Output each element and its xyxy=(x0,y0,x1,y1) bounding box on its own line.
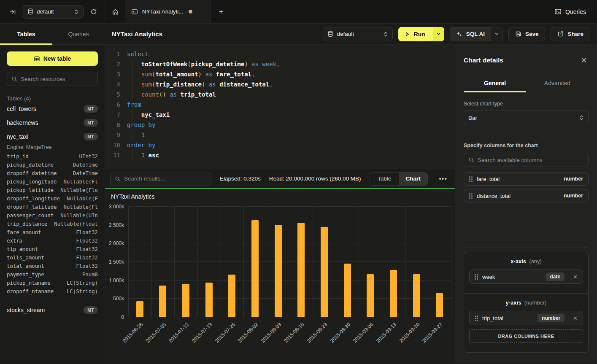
drag-handle-icon[interactable] xyxy=(475,315,478,321)
gridline xyxy=(405,207,405,317)
table-column-row: tip_amountFloat32 xyxy=(7,246,98,255)
y-axis-section: y-axis (number) trip_total number ✕ DRAG… xyxy=(464,293,588,352)
results-search xyxy=(110,172,211,186)
run-button-main[interactable]: Run xyxy=(398,27,432,41)
share-button[interactable]: Share xyxy=(551,27,590,41)
available-column-fare-total[interactable]: fare_total number xyxy=(464,172,589,186)
drag-handle-icon[interactable] xyxy=(469,193,473,199)
search-icon xyxy=(11,76,17,82)
sql-ai-main[interactable]: SQL AI xyxy=(450,27,491,41)
x-tick-label: 2015-07-12 xyxy=(167,321,190,344)
x-axis-chip-week[interactable]: week date ✕ xyxy=(469,270,583,284)
table-row[interactable]: nyc_taxiMT xyxy=(7,129,98,143)
axis-column-name: trip_total xyxy=(482,315,503,321)
code-line: 11 1 asc xyxy=(105,150,455,160)
y-tick-label: 500k xyxy=(113,296,124,302)
x-tick-label: 2015-07-05 xyxy=(145,321,167,344)
table-row[interactable]: hackernewsMT xyxy=(7,116,98,129)
new-table-button[interactable]: New table xyxy=(7,51,98,66)
new-tab-button[interactable]: + xyxy=(211,0,231,23)
sql-ai-caret[interactable] xyxy=(491,27,502,41)
axis-column-type-badge: number xyxy=(538,314,565,322)
database-icon xyxy=(327,31,333,37)
refresh-icon[interactable] xyxy=(89,7,99,17)
table-column-row: passenger_countNullable(UIn xyxy=(7,213,98,221)
drag-handle-icon[interactable] xyxy=(475,274,478,280)
line-number: 10 xyxy=(105,140,120,150)
table-row[interactable]: stocks_streamMT xyxy=(7,303,98,317)
sidebar-tab-tables[interactable]: Tables xyxy=(0,24,52,44)
queries-button[interactable]: Queries xyxy=(554,8,586,15)
panel-divider xyxy=(464,134,589,134)
available-column-distance-total[interactable]: distance_total number xyxy=(464,189,589,202)
bar xyxy=(275,225,282,317)
database-icon xyxy=(27,8,33,15)
table-row[interactable]: cell_towersMT xyxy=(7,102,98,116)
database-selector[interactable]: default xyxy=(23,5,84,19)
drag-handle-icon[interactable] xyxy=(469,176,473,182)
column-name: fare_total xyxy=(477,176,500,182)
code-line: 1select xyxy=(105,49,455,59)
bar xyxy=(205,283,213,317)
table-name: cell_towers xyxy=(7,105,36,112)
gridline xyxy=(267,207,267,317)
chevron-updown-icon xyxy=(74,9,79,15)
document-title: NYTaxi Analytics xyxy=(112,30,162,38)
remove-column-icon[interactable]: ✕ xyxy=(573,274,578,280)
sql-ai-button[interactable]: SQL AI xyxy=(450,27,503,41)
toolbar-database-selector[interactable]: default xyxy=(323,27,393,41)
panel-tab-advanced[interactable]: Advanced xyxy=(526,74,589,92)
panel-divider xyxy=(464,247,589,248)
gridline xyxy=(290,207,290,317)
table-column-row: pickup_ntanameLC(String) xyxy=(7,280,98,289)
run-button[interactable]: Run xyxy=(398,27,444,41)
columns-search-input[interactable] xyxy=(478,157,584,163)
table-name: nyc_taxi xyxy=(7,133,28,140)
sidebar-tab-queries[interactable]: Queries xyxy=(52,24,105,44)
x-tick-label: 2015-08-30 xyxy=(329,321,351,344)
home-icon[interactable] xyxy=(105,0,125,23)
x-tick-label: 2015-08-16 xyxy=(283,321,305,344)
resource-search-input[interactable] xyxy=(21,76,93,82)
collapse-sidebar-icon[interactable] xyxy=(8,7,18,17)
panel-tabs: General Advanced xyxy=(464,74,589,92)
save-label: Save xyxy=(525,31,539,37)
remove-column-icon[interactable]: ✕ xyxy=(573,315,578,321)
search-icon xyxy=(468,157,474,163)
y-tick-label: 2 000k xyxy=(109,240,124,246)
gridline xyxy=(313,207,313,317)
more-options-button[interactable]: ••• xyxy=(436,175,450,183)
save-button[interactable]: Save xyxy=(508,27,546,41)
columns-search xyxy=(464,153,589,167)
table-name: hackernews xyxy=(7,119,38,126)
code-line: 8group by xyxy=(105,120,455,130)
gridline xyxy=(243,207,244,317)
table-column-row: trip_idUInt32 xyxy=(7,154,98,162)
results-search-input[interactable] xyxy=(124,175,207,182)
y-axis-chip-trip-total[interactable]: trip_total number ✕ xyxy=(469,311,583,325)
gridline xyxy=(197,207,198,317)
new-table-label: New table xyxy=(43,55,71,62)
run-options-caret[interactable] xyxy=(433,27,444,41)
chart-type-select[interactable]: Bar xyxy=(464,110,589,125)
close-icon[interactable] xyxy=(579,56,589,65)
drop-zone[interactable]: DRAG COLUMNS HERE xyxy=(469,329,583,343)
x-tick-label: 2015-07-26 xyxy=(213,321,236,344)
query-tab[interactable]: NYTaxi Analyti... xyxy=(125,0,211,23)
chart-type-label: Select chart type xyxy=(464,101,589,107)
x-tick-label: 2015-09-27 xyxy=(421,321,443,344)
columns-section-label: Specify columns for the chart xyxy=(464,143,589,148)
y-tick-label: 3 000k xyxy=(109,204,124,210)
bar xyxy=(390,270,397,317)
code-line: 9 1 xyxy=(105,130,455,140)
table-column-row: dropoff_longitudeNullable(F xyxy=(7,196,98,204)
y-tick-label: 1 000k xyxy=(109,278,124,283)
chart-x-labels: 2015-06-282015-07-052015-07-122015-07-19… xyxy=(128,317,451,359)
panel-tab-general[interactable]: General xyxy=(464,74,526,92)
view-toggle-table[interactable]: Table xyxy=(370,173,399,185)
view-toggle-chart[interactable]: Chart xyxy=(399,173,427,185)
line-number: 7 xyxy=(105,110,120,120)
sql-editor[interactable]: 1select2 toStartOfWeek(pickup_datetime) … xyxy=(105,45,455,169)
chart-plot[interactable]: 0500k1 000k1 500k2 000k2 500k3 000k xyxy=(128,207,451,317)
code-line: 5 count() as trip_total xyxy=(105,89,455,100)
